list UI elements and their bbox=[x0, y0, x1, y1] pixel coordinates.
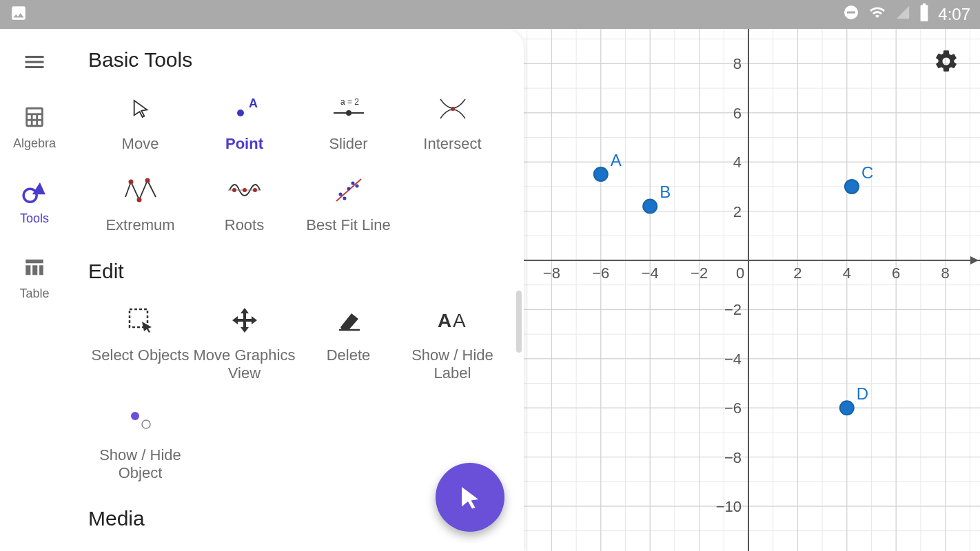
nav-table[interactable]: Table bbox=[19, 253, 49, 301]
svg-text:−8: −8 bbox=[543, 264, 560, 282]
svg-text:−2: −2 bbox=[691, 264, 708, 282]
scrollbar[interactable] bbox=[516, 291, 522, 353]
svg-text:−6: −6 bbox=[724, 399, 742, 417]
tool-slider[interactable]: a = 2 Slider bbox=[296, 84, 400, 158]
menu-icon bbox=[21, 48, 48, 76]
dnd-icon bbox=[843, 4, 859, 25]
extremum-icon bbox=[121, 171, 160, 209]
point-icon: A bbox=[225, 90, 264, 128]
tool-label: Move Graphics View bbox=[192, 346, 296, 383]
tool-show-hide-object[interactable]: Show / Hide Object bbox=[88, 395, 192, 488]
svg-text:2: 2 bbox=[793, 264, 802, 282]
bestfit-icon bbox=[329, 171, 368, 209]
marquee-icon bbox=[121, 301, 160, 340]
svg-text:0: 0 bbox=[736, 264, 744, 282]
svg-text:−8: −8 bbox=[724, 449, 742, 466]
tool-label: Move bbox=[122, 135, 159, 153]
battery-icon bbox=[919, 3, 930, 25]
tool-select-objects[interactable]: Select Objects bbox=[88, 295, 192, 388]
roots-icon bbox=[225, 171, 264, 209]
svg-text:2: 2 bbox=[733, 203, 742, 220]
graph-point-label-C: C bbox=[861, 163, 873, 182]
svg-point-23 bbox=[343, 197, 346, 200]
svg-text:−2: −2 bbox=[724, 301, 742, 318]
tool-label: Intersect bbox=[423, 135, 481, 153]
section-basic-tools: Basic Tools bbox=[88, 48, 504, 72]
svg-point-32 bbox=[142, 420, 150, 428]
svg-point-12 bbox=[346, 110, 351, 116]
clock-text: 4:07 bbox=[938, 5, 970, 24]
menu-button[interactable] bbox=[21, 48, 48, 76]
svg-text:4: 4 bbox=[733, 154, 742, 171]
tool-label: Best Fit Line bbox=[306, 216, 390, 234]
section-edit: Edit bbox=[88, 260, 504, 283]
nav-algebra[interactable]: Algebra bbox=[13, 103, 56, 151]
shapes-icon bbox=[21, 178, 48, 206]
graph-point-label-D: D bbox=[857, 384, 868, 403]
svg-text:4: 4 bbox=[843, 264, 851, 282]
eraser-icon bbox=[329, 301, 368, 340]
label-icon: AA bbox=[433, 301, 472, 340]
table-icon bbox=[21, 253, 48, 281]
graph-point-B[interactable] bbox=[643, 199, 657, 213]
graph-point-D[interactable] bbox=[840, 401, 854, 415]
svg-text:6: 6 bbox=[733, 105, 742, 122]
tool-move[interactable]: Move bbox=[88, 84, 192, 158]
cursor-icon bbox=[121, 90, 160, 128]
svg-point-15 bbox=[136, 198, 141, 202]
svg-point-22 bbox=[338, 193, 342, 196]
tool-roots[interactable]: Roots bbox=[192, 165, 296, 240]
svg-point-16 bbox=[145, 178, 150, 183]
graph-point-A[interactable] bbox=[594, 167, 608, 181]
svg-point-20 bbox=[253, 188, 257, 192]
graph-canvas[interactable]: −8−6−4−202468−10−8−6−4−2246810ABCD bbox=[524, 0, 980, 551]
tool-label: Roots bbox=[225, 216, 264, 234]
calculator-icon bbox=[21, 103, 48, 131]
slider-icon: a = 2 bbox=[329, 90, 368, 128]
tool-label: Extremum bbox=[105, 216, 174, 234]
tool-label: Point bbox=[225, 135, 263, 153]
show-hide-icon bbox=[121, 401, 160, 439]
svg-rect-2 bbox=[27, 108, 43, 126]
svg-text:a = 2: a = 2 bbox=[340, 97, 359, 107]
tool-point[interactable]: A Point bbox=[192, 84, 296, 158]
graph-point-C[interactable] bbox=[845, 180, 859, 194]
tool-intersect[interactable]: Intersect bbox=[400, 84, 504, 158]
tool-show-hide-label[interactable]: AA Show / Hide Label bbox=[400, 295, 504, 388]
nav-label: Table bbox=[19, 287, 49, 301]
svg-point-25 bbox=[351, 182, 354, 185]
tool-move-graphics[interactable]: Move Graphics View bbox=[192, 295, 296, 388]
gallery-icon bbox=[10, 4, 28, 25]
graph-point-label-B: B bbox=[660, 183, 671, 201]
svg-point-8 bbox=[237, 110, 244, 116]
tool-label: Show / Hide Object bbox=[88, 446, 192, 483]
svg-text:8: 8 bbox=[941, 264, 949, 282]
mode-fab[interactable] bbox=[436, 463, 504, 532]
nav-tools[interactable]: Tools bbox=[20, 178, 49, 226]
svg-point-31 bbox=[131, 412, 139, 420]
svg-point-13 bbox=[451, 107, 455, 111]
svg-text:6: 6 bbox=[892, 264, 900, 282]
image-icon bbox=[121, 548, 160, 551]
tool-label: Select Objects bbox=[92, 346, 190, 364]
svg-text:−4: −4 bbox=[724, 351, 742, 368]
svg-text:8: 8 bbox=[733, 55, 742, 72]
svg-text:−6: −6 bbox=[592, 264, 609, 282]
svg-point-14 bbox=[128, 180, 133, 185]
nav-label: Algebra bbox=[13, 136, 56, 151]
svg-rect-1 bbox=[847, 12, 855, 14]
svg-text:−10: −10 bbox=[716, 498, 742, 515]
svg-text:−4: −4 bbox=[642, 264, 659, 282]
tool-extremum[interactable]: Extremum bbox=[88, 165, 192, 240]
tool-image[interactable] bbox=[88, 543, 192, 551]
settings-button[interactable] bbox=[933, 48, 959, 77]
tool-bestfit[interactable]: Best Fit Line bbox=[296, 165, 400, 240]
tool-delete[interactable]: Delete bbox=[296, 295, 400, 388]
move-arrows-icon bbox=[225, 301, 264, 340]
svg-point-24 bbox=[347, 187, 350, 191]
tool-label: Show / Hide Label bbox=[400, 346, 504, 383]
tool-label: Delete bbox=[327, 346, 371, 364]
signal-icon bbox=[895, 5, 910, 24]
svg-text:A: A bbox=[453, 310, 466, 331]
wifi-icon bbox=[868, 4, 887, 25]
